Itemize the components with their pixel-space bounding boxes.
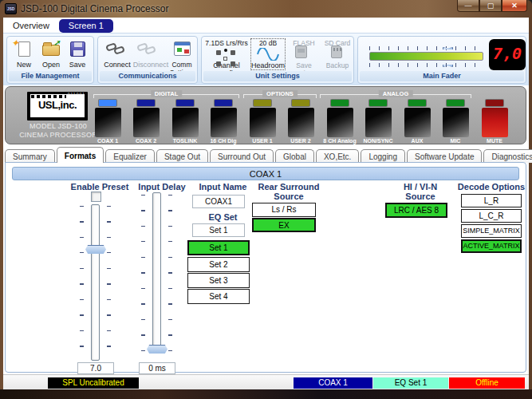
input-button-8chanalog[interactable]: 8 CH Analog xyxy=(322,100,357,144)
usl-logo: 011001 USL,inc. xyxy=(27,92,88,120)
tab-summary[interactable]: Summary xyxy=(5,149,55,163)
input-button-nonsync[interactable]: NON/SYNC xyxy=(361,100,396,144)
rear-ex-button[interactable]: EX xyxy=(252,218,316,232)
preset-slider-ticks-right xyxy=(107,206,111,361)
led-aux xyxy=(408,100,426,106)
hi-vi-label: HI / VI-N Source xyxy=(376,182,464,201)
title-bar[interactable]: JSD JSD-100 Digital Cinema Processor — ▢… xyxy=(0,0,532,18)
tab-stage-out[interactable]: Stage Out xyxy=(156,149,208,163)
status-connection: Offline xyxy=(449,377,525,389)
led-coax1 xyxy=(99,100,116,106)
led-user2 xyxy=(292,100,309,106)
maximize-button[interactable]: ▢ xyxy=(479,0,502,12)
app-icon: JSD xyxy=(5,3,17,14)
delay-slider-ticks-left xyxy=(141,195,145,351)
decode-lcr-button[interactable]: L_C_R xyxy=(461,209,522,223)
preset-fader-value: 7.0 xyxy=(77,362,114,374)
preset-fader-thumb[interactable] xyxy=(85,245,106,254)
eq-set4-button[interactable]: Set 4 xyxy=(187,289,250,304)
headroom-button[interactable]: 20 dB Headroom xyxy=(251,39,285,69)
decode-lr-button[interactable]: L_R xyxy=(461,194,522,207)
flash-chip-icon xyxy=(286,47,321,61)
input-delay-thumb[interactable] xyxy=(147,345,167,354)
status-input: COAX 1 xyxy=(294,377,372,389)
decode-simple-matrix-button[interactable]: SIMPLE_MATRIX xyxy=(461,224,522,238)
comm-settings-icon xyxy=(167,39,197,60)
bracket-options: OPTIONS xyxy=(243,94,317,98)
delay-slider-ticks-right xyxy=(168,195,172,351)
tab-surround-out[interactable]: Surround Out xyxy=(210,149,274,163)
group-communications: Connect Disconnect Comm Settings Communi… xyxy=(97,36,198,84)
eq-set2-button[interactable]: Set 2 xyxy=(187,257,250,272)
formats-panel: COAX 1 Enable Preset 7.0 Input Delay 0 m… xyxy=(5,162,526,373)
status-bar: SPL Uncalibrated COAX 1 EQ Set 1 Offline xyxy=(3,374,529,389)
save-floppy-icon xyxy=(62,39,93,60)
eq-set1-button[interactable]: Set 1 xyxy=(187,240,250,255)
window-bottom-frame xyxy=(0,389,532,399)
bracket-digital: DIGITAL xyxy=(93,94,239,98)
group-label-main-fader: Main Fader xyxy=(360,71,524,81)
eq-set3-button[interactable]: Set 3 xyxy=(187,273,250,288)
tab-global[interactable]: Global xyxy=(275,149,314,163)
rear-surround-label: Rear Surround Source xyxy=(249,182,329,201)
input-button-16chdig[interactable]: 16 CH Dig xyxy=(206,100,241,144)
group-unit-settings: 7.1DS Lrs/Rrs Channel Config 20 dB Headr… xyxy=(201,36,354,84)
input-button-user2[interactable]: USER 2 xyxy=(283,100,318,144)
led-mic xyxy=(447,100,464,106)
preset-slider-ticks-left xyxy=(80,206,84,361)
eq-set-field[interactable]: Set 1 xyxy=(192,223,245,237)
fader-ticks-top xyxy=(369,46,483,50)
group-label-file: File Management xyxy=(9,71,92,81)
new-button[interactable]: ✦ New xyxy=(9,39,39,69)
connect-icon xyxy=(100,39,134,60)
disconnect-icon xyxy=(132,39,170,60)
led-user1 xyxy=(254,100,271,106)
input-button-coax2[interactable]: COAX 2 xyxy=(128,100,164,144)
tab-screen1[interactable]: Screen 1 xyxy=(59,19,113,33)
input-button-mic[interactable]: MIC xyxy=(438,100,473,144)
tab-diagnostics[interactable]: Diagnostics xyxy=(483,149,532,163)
backup-button: SD Card Backup xyxy=(321,39,353,69)
input-button-coax1[interactable]: COAX 1 xyxy=(90,100,125,144)
tab-software-update[interactable]: Software Update xyxy=(407,149,483,163)
input-button-toslink[interactable]: TOSLINK xyxy=(167,100,203,144)
fader-ticks-bottom xyxy=(369,63,483,67)
app-window: JSD JSD-100 Digital Cinema Processor — ▢… xyxy=(0,0,532,399)
eq-set-label: EQ Set xyxy=(189,212,257,222)
tab-formats[interactable]: Formats xyxy=(57,147,104,163)
led-mute xyxy=(486,100,503,106)
group-file-management: ✦ New ➚ Open Save File Management xyxy=(6,36,94,84)
new-document-icon: ✦ xyxy=(9,39,39,60)
preset-fader-slider[interactable] xyxy=(91,204,100,361)
format-header: COAX 1 xyxy=(12,167,519,180)
tab-logging[interactable]: Logging xyxy=(361,149,405,163)
connect-button[interactable]: Connect xyxy=(100,39,134,69)
rear-lsrs-button[interactable]: Ls / Rs xyxy=(252,203,316,217)
decode-options-label: Decode Options xyxy=(457,182,526,192)
enable-preset-label: Enable Preset xyxy=(63,182,136,192)
input-button-aux[interactable]: AUX xyxy=(400,100,435,144)
disconnect-button: Disconnect xyxy=(132,39,170,69)
input-delay-slider[interactable] xyxy=(152,192,161,352)
group-main-fader: 7,0 Main Fader xyxy=(357,36,526,84)
hi-lrc-aes8-button[interactable]: LRC / AES 8 xyxy=(385,203,447,218)
input-name-field[interactable]: COAX1 xyxy=(192,195,245,208)
device-panel: 011001 USL,inc. MODEL JSD-100 CINEMA PRO… xyxy=(5,86,526,144)
save-button[interactable]: Save xyxy=(62,39,93,69)
tab-equalizer[interactable]: Equalizer xyxy=(105,149,155,163)
decode-active-matrix-button[interactable]: ACTIVE_MATRIX xyxy=(461,239,522,253)
ribbon: ✦ New ➚ Open Save File Management Connec… xyxy=(3,33,529,85)
led-16chdig xyxy=(215,100,232,106)
fader-value-display: 7,0 xyxy=(489,39,526,70)
minimize-button[interactable]: — xyxy=(457,0,479,12)
tab-xo-etc[interactable]: XO,Etc. xyxy=(316,149,359,163)
tab-overview[interactable]: Overview xyxy=(6,19,56,33)
status-spl: SPL Uncalibrated xyxy=(48,377,139,389)
enable-preset-checkbox[interactable] xyxy=(91,192,101,202)
page-tabs: Summary Formats Equalizer Stage Out Surr… xyxy=(5,147,528,163)
main-fader-slider[interactable] xyxy=(369,52,483,61)
headroom-sine-icon xyxy=(251,47,285,61)
mute-button[interactable]: MUTE xyxy=(477,100,512,144)
input-button-user1[interactable]: USER 1 xyxy=(245,100,280,144)
close-button[interactable]: ✕ xyxy=(502,0,527,12)
